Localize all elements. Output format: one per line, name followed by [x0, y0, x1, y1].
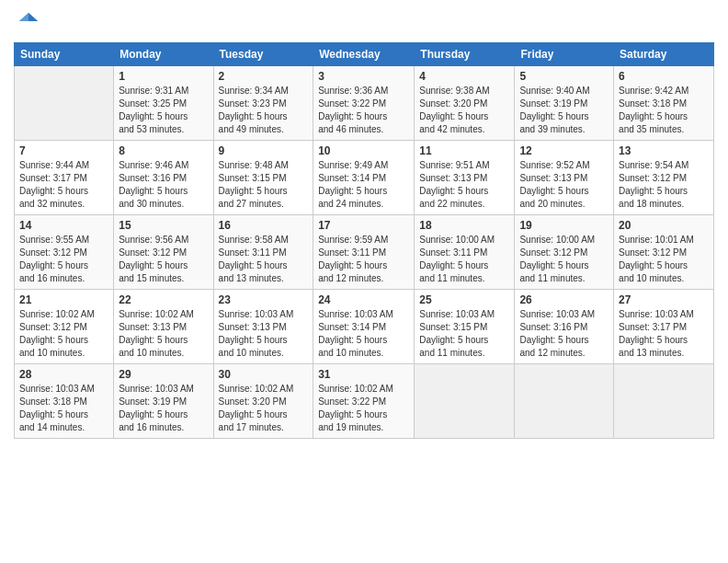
day-number: 17 [318, 219, 409, 232]
calendar-cell: 4Sunrise: 9:38 AM Sunset: 3:20 PM Daylig… [415, 66, 515, 141]
day-info: Sunrise: 9:55 AM Sunset: 3:12 PM Dayligh… [19, 234, 108, 285]
day-info: Sunrise: 10:03 AM Sunset: 3:14 PM Daylig… [318, 308, 409, 360]
weekday-header-wednesday: Wednesday [313, 43, 415, 66]
day-number: 20 [619, 219, 709, 232]
weekday-row: SundayMondayTuesdayWednesdayThursdayFrid… [15, 43, 714, 66]
calendar-cell: 31Sunrise: 10:02 AM Sunset: 3:22 PM Dayl… [313, 364, 415, 439]
calendar-cell: 20Sunrise: 10:01 AM Sunset: 3:12 PM Dayl… [614, 215, 714, 290]
day-info: Sunrise: 10:02 AM Sunset: 3:12 PM Daylig… [19, 308, 108, 360]
calendar-cell: 27Sunrise: 10:03 AM Sunset: 3:17 PM Dayl… [614, 290, 714, 364]
day-number: 29 [119, 368, 208, 381]
calendar-cell: 10Sunrise: 9:49 AM Sunset: 3:14 PM Dayli… [313, 141, 415, 215]
day-info: Sunrise: 9:59 AM Sunset: 3:11 PM Dayligh… [318, 234, 409, 285]
calendar-cell: 15Sunrise: 9:56 AM Sunset: 3:12 PM Dayli… [114, 215, 213, 290]
day-number: 24 [318, 293, 409, 306]
day-info: Sunrise: 9:42 AM Sunset: 3:18 PM Dayligh… [619, 85, 709, 136]
day-number: 8 [119, 144, 208, 157]
day-number: 4 [419, 70, 509, 83]
day-info: Sunrise: 10:02 AM Sunset: 3:13 PM Daylig… [119, 308, 208, 360]
calendar-cell: 28Sunrise: 10:03 AM Sunset: 3:18 PM Dayl… [15, 364, 114, 439]
weekday-header-friday: Friday [515, 43, 614, 66]
calendar-cell: 23Sunrise: 10:03 AM Sunset: 3:13 PM Dayl… [213, 290, 313, 364]
calendar-week-2: 7Sunrise: 9:44 AM Sunset: 3:17 PM Daylig… [15, 141, 714, 215]
day-info: Sunrise: 9:44 AM Sunset: 3:17 PM Dayligh… [19, 159, 108, 211]
day-info: Sunrise: 9:52 AM Sunset: 3:13 PM Dayligh… [519, 159, 609, 211]
day-number: 31 [318, 368, 409, 381]
calendar-cell: 6Sunrise: 9:42 AM Sunset: 3:18 PM Daylig… [614, 66, 714, 141]
day-number: 27 [619, 293, 709, 306]
day-info: Sunrise: 9:56 AM Sunset: 3:12 PM Dayligh… [119, 234, 208, 285]
day-info: Sunrise: 9:49 AM Sunset: 3:14 PM Dayligh… [318, 159, 409, 211]
day-info: Sunrise: 9:46 AM Sunset: 3:16 PM Dayligh… [119, 159, 208, 211]
main-container: SundayMondayTuesdayWednesdayThursdayFrid… [0, 0, 728, 448]
weekday-header-thursday: Thursday [415, 43, 515, 66]
day-number: 11 [419, 144, 509, 157]
day-number: 10 [318, 144, 409, 157]
calendar-cell: 16Sunrise: 9:58 AM Sunset: 3:11 PM Dayli… [213, 215, 313, 290]
day-info: Sunrise: 10:03 AM Sunset: 3:19 PM Daylig… [119, 383, 208, 434]
calendar-cell: 11Sunrise: 9:51 AM Sunset: 3:13 PM Dayli… [415, 141, 515, 215]
day-info: Sunrise: 9:38 AM Sunset: 3:20 PM Dayligh… [419, 85, 509, 136]
day-number: 14 [19, 219, 108, 232]
day-number: 12 [519, 144, 609, 157]
day-info: Sunrise: 10:02 AM Sunset: 3:22 PM Daylig… [318, 383, 409, 434]
day-info: Sunrise: 10:03 AM Sunset: 3:15 PM Daylig… [419, 308, 509, 360]
day-number: 19 [519, 219, 609, 232]
day-number: 3 [318, 70, 409, 83]
day-number: 18 [419, 219, 509, 232]
day-number: 28 [19, 368, 108, 381]
calendar-week-4: 21Sunrise: 10:02 AM Sunset: 3:12 PM Dayl… [15, 290, 714, 364]
day-number: 5 [519, 70, 609, 83]
calendar-cell: 26Sunrise: 10:03 AM Sunset: 3:16 PM Dayl… [515, 290, 614, 364]
calendar-cell: 19Sunrise: 10:00 AM Sunset: 3:12 PM Dayl… [515, 215, 614, 290]
weekday-header-sunday: Sunday [15, 43, 114, 66]
calendar-body: 1Sunrise: 9:31 AM Sunset: 3:25 PM Daylig… [15, 66, 714, 439]
calendar-cell: 29Sunrise: 10:03 AM Sunset: 3:19 PM Dayl… [114, 364, 213, 439]
logo [14, 9, 41, 35]
calendar-cell: 14Sunrise: 9:55 AM Sunset: 3:12 PM Dayli… [15, 215, 114, 290]
calendar-cell: 24Sunrise: 10:03 AM Sunset: 3:14 PM Dayl… [313, 290, 415, 364]
day-info: Sunrise: 9:34 AM Sunset: 3:23 PM Dayligh… [219, 85, 309, 136]
day-info: Sunrise: 9:40 AM Sunset: 3:19 PM Dayligh… [519, 85, 609, 136]
calendar-week-5: 28Sunrise: 10:03 AM Sunset: 3:18 PM Dayl… [15, 364, 714, 439]
calendar-table: SundayMondayTuesdayWednesdayThursdayFrid… [14, 42, 714, 439]
weekday-header-monday: Monday [114, 43, 213, 66]
day-number: 9 [219, 144, 309, 157]
day-number: 16 [219, 219, 309, 232]
calendar-week-1: 1Sunrise: 9:31 AM Sunset: 3:25 PM Daylig… [15, 66, 714, 141]
calendar-header: SundayMondayTuesdayWednesdayThursdayFrid… [15, 43, 714, 66]
day-info: Sunrise: 10:01 AM Sunset: 3:12 PM Daylig… [619, 234, 709, 285]
day-info: Sunrise: 9:51 AM Sunset: 3:13 PM Dayligh… [419, 159, 509, 211]
day-number: 15 [119, 219, 208, 232]
calendar-cell [415, 364, 515, 439]
calendar-cell: 17Sunrise: 9:59 AM Sunset: 3:11 PM Dayli… [313, 215, 415, 290]
day-number: 26 [519, 293, 609, 306]
calendar-cell: 25Sunrise: 10:03 AM Sunset: 3:15 PM Dayl… [415, 290, 515, 364]
svg-marker-1 [19, 13, 28, 21]
day-number: 23 [219, 293, 309, 306]
calendar-cell: 13Sunrise: 9:54 AM Sunset: 3:12 PM Dayli… [614, 141, 714, 215]
day-number: 21 [19, 293, 108, 306]
day-info: Sunrise: 9:31 AM Sunset: 3:25 PM Dayligh… [119, 85, 208, 136]
calendar-cell [515, 364, 614, 439]
logo-icon [16, 9, 41, 35]
calendar-cell [15, 66, 114, 141]
calendar-cell: 8Sunrise: 9:46 AM Sunset: 3:16 PM Daylig… [114, 141, 213, 215]
day-info: Sunrise: 10:03 AM Sunset: 3:17 PM Daylig… [619, 308, 709, 360]
calendar-cell: 21Sunrise: 10:02 AM Sunset: 3:12 PM Dayl… [15, 290, 114, 364]
day-number: 1 [119, 70, 208, 83]
calendar-cell: 12Sunrise: 9:52 AM Sunset: 3:13 PM Dayli… [515, 141, 614, 215]
day-number: 30 [219, 368, 309, 381]
day-info: Sunrise: 9:58 AM Sunset: 3:11 PM Dayligh… [219, 234, 309, 285]
calendar-cell: 22Sunrise: 10:02 AM Sunset: 3:13 PM Dayl… [114, 290, 213, 364]
day-number: 22 [119, 293, 208, 306]
day-info: Sunrise: 9:54 AM Sunset: 3:12 PM Dayligh… [619, 159, 709, 211]
day-info: Sunrise: 10:00 AM Sunset: 3:11 PM Daylig… [419, 234, 509, 285]
svg-marker-0 [28, 13, 38, 21]
day-info: Sunrise: 10:03 AM Sunset: 3:13 PM Daylig… [219, 308, 309, 360]
day-info: Sunrise: 9:36 AM Sunset: 3:22 PM Dayligh… [318, 85, 409, 136]
day-info: Sunrise: 10:02 AM Sunset: 3:20 PM Daylig… [219, 383, 309, 434]
calendar-cell: 2Sunrise: 9:34 AM Sunset: 3:23 PM Daylig… [213, 66, 313, 141]
day-info: Sunrise: 9:48 AM Sunset: 3:15 PM Dayligh… [219, 159, 309, 211]
day-number: 7 [19, 144, 108, 157]
